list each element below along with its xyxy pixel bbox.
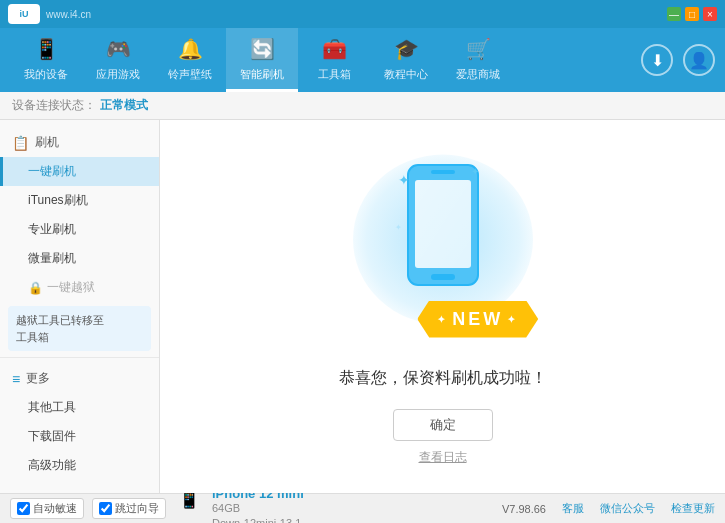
nav-item-my-device[interactable]: 📱 我的设备 bbox=[10, 28, 82, 92]
nav-label-apps: 应用游戏 bbox=[96, 67, 140, 82]
auto-speed-label: 自动敏速 bbox=[33, 501, 77, 516]
success-message: 恭喜您，保资料刷机成功啦！ bbox=[339, 368, 547, 389]
itunes-flash-label: iTunes刷机 bbox=[28, 193, 88, 207]
svg-rect-3 bbox=[431, 274, 455, 280]
site-url: www.i4.cn bbox=[46, 9, 91, 20]
auto-speed-checkbox[interactable]: 自动敏速 bbox=[10, 498, 84, 519]
sidebar-item-download-firmware[interactable]: 下载固件 bbox=[0, 422, 159, 451]
my-device-icon: 📱 bbox=[32, 35, 60, 63]
status-value: 正常模式 bbox=[100, 97, 148, 114]
toolbox-icon: 🧰 bbox=[320, 35, 348, 63]
lock-icon: 🔒 bbox=[28, 281, 43, 295]
main-content: ✦ ✦ ✦ NEW 恭喜您，保资料刷机成功啦！ 确定 查看日志 bbox=[160, 120, 725, 493]
sidebar-section-flash[interactable]: 📋 刷机 bbox=[0, 128, 159, 157]
device-storage: 64GB bbox=[212, 501, 304, 516]
micro-flash-label: 微量刷机 bbox=[28, 251, 76, 265]
sidebar-section-more[interactable]: ≡ 更多 bbox=[0, 364, 159, 393]
svg-text:✦: ✦ bbox=[398, 172, 410, 188]
bottombar-right: V7.98.66 客服 微信公众号 检查更新 bbox=[502, 501, 715, 516]
advanced-label: 高级功能 bbox=[28, 458, 76, 472]
nav-item-store[interactable]: 🛒 爱思商城 bbox=[442, 28, 514, 92]
sidebar-info-box: 越狱工具已转移至工具箱 bbox=[8, 306, 151, 351]
nav-label-smart-flash: 智能刷机 bbox=[240, 67, 284, 82]
success-illustration: ✦ ✦ ✦ NEW bbox=[333, 148, 553, 348]
account-button[interactable]: 👤 bbox=[683, 44, 715, 76]
skip-wizard-label: 跳过向导 bbox=[115, 501, 159, 516]
info-box-text: 越狱工具已转移至工具箱 bbox=[16, 314, 104, 343]
status-label: 设备连接状态： bbox=[12, 97, 96, 114]
nav-label-toolbox: 工具箱 bbox=[318, 67, 351, 82]
wechat-link[interactable]: 微信公众号 bbox=[600, 501, 655, 516]
window-controls: — □ × bbox=[667, 7, 717, 21]
close-button[interactable]: × bbox=[703, 7, 717, 21]
sidebar-item-itunes-flash[interactable]: iTunes刷机 bbox=[0, 186, 159, 215]
svg-rect-2 bbox=[415, 180, 471, 268]
nav-item-ringtones[interactable]: 🔔 铃声壁纸 bbox=[154, 28, 226, 92]
main-layout: 📋 刷机 一键刷机 iTunes刷机 专业刷机 微量刷机 🔒 一键越狱 越狱工具… bbox=[0, 120, 725, 493]
new-badge: NEW bbox=[417, 301, 538, 338]
pro-flash-label: 专业刷机 bbox=[28, 222, 76, 236]
sidebar-item-pro-flash[interactable]: 专业刷机 bbox=[0, 215, 159, 244]
titlebar-left: iU www.i4.cn bbox=[8, 4, 91, 24]
nav-item-apps[interactable]: 🎮 应用游戏 bbox=[82, 28, 154, 92]
skip-wizard-checkbox[interactable]: 跳过向导 bbox=[92, 498, 166, 519]
sidebar-item-micro-flash[interactable]: 微量刷机 bbox=[0, 244, 159, 273]
nav-label-my-device: 我的设备 bbox=[24, 67, 68, 82]
store-icon: 🛒 bbox=[464, 35, 492, 63]
sidebar-item-advanced[interactable]: 高级功能 bbox=[0, 451, 159, 480]
nav-label-tutorial: 教程中心 bbox=[384, 67, 428, 82]
service-link[interactable]: 客服 bbox=[562, 501, 584, 516]
flash-section-icon: 📋 bbox=[12, 135, 29, 151]
version-label: V7.98.66 bbox=[502, 503, 546, 515]
view-log-link[interactable]: 查看日志 bbox=[419, 449, 467, 466]
maximize-button[interactable]: □ bbox=[685, 7, 699, 21]
nav-item-toolbox[interactable]: 🧰 工具箱 bbox=[298, 28, 370, 92]
other-tools-label: 其他工具 bbox=[28, 400, 76, 414]
nav-label-ringtones: 铃声壁纸 bbox=[168, 67, 212, 82]
phone-svg: ✦ ✦ ✦ bbox=[393, 160, 493, 320]
svg-text:✦: ✦ bbox=[471, 166, 479, 177]
sidebar-item-other-tools[interactable]: 其他工具 bbox=[0, 393, 159, 422]
device-model: Down-12mini-13,1 bbox=[212, 516, 304, 523]
device-statusbar: 设备连接状态： 正常模式 bbox=[0, 92, 725, 120]
titlebar: iU www.i4.cn — □ × bbox=[0, 0, 725, 28]
sidebar: 📋 刷机 一键刷机 iTunes刷机 专业刷机 微量刷机 🔒 一键越狱 越狱工具… bbox=[0, 120, 160, 493]
nav-label-store: 爱思商城 bbox=[456, 67, 500, 82]
logo-text: iU bbox=[20, 9, 29, 19]
svg-rect-4 bbox=[431, 170, 455, 174]
apps-icon: 🎮 bbox=[104, 35, 132, 63]
topnav-right: ⬇ 👤 bbox=[641, 44, 715, 76]
sidebar-divider bbox=[0, 357, 159, 358]
nav-item-smart-flash[interactable]: 🔄 智能刷机 bbox=[226, 28, 298, 92]
auto-speed-input[interactable] bbox=[17, 502, 30, 515]
svg-text:✦: ✦ bbox=[395, 223, 402, 232]
more-section-label: 更多 bbox=[26, 370, 50, 387]
top-navigation: 📱 我的设备 🎮 应用游戏 🔔 铃声壁纸 🔄 智能刷机 🧰 工具箱 🎓 教程中心… bbox=[0, 28, 725, 92]
smart-flash-icon: 🔄 bbox=[248, 35, 276, 63]
confirm-button[interactable]: 确定 bbox=[393, 409, 493, 441]
tutorial-icon: 🎓 bbox=[392, 35, 420, 63]
app-logo: iU bbox=[8, 4, 40, 24]
jailbreak-label: 一键越狱 bbox=[47, 279, 95, 296]
flash-section-label: 刷机 bbox=[35, 134, 59, 151]
download-firmware-label: 下载固件 bbox=[28, 429, 76, 443]
sidebar-item-jailbreak: 🔒 一键越狱 bbox=[0, 273, 159, 302]
ringtones-icon: 🔔 bbox=[176, 35, 204, 63]
minimize-button[interactable]: — bbox=[667, 7, 681, 21]
one-key-flash-label: 一键刷机 bbox=[28, 164, 76, 178]
sidebar-item-one-key-flash[interactable]: 一键刷机 bbox=[0, 157, 159, 186]
nav-item-tutorial[interactable]: 🎓 教程中心 bbox=[370, 28, 442, 92]
skip-wizard-input[interactable] bbox=[99, 502, 112, 515]
more-section-icon: ≡ bbox=[12, 371, 20, 387]
bottombar: 自动敏速 跳过向导 📱 iPhone 12 mini 64GB Down-12m… bbox=[0, 493, 725, 523]
download-button[interactable]: ⬇ bbox=[641, 44, 673, 76]
check-update-link[interactable]: 检查更新 bbox=[671, 501, 715, 516]
